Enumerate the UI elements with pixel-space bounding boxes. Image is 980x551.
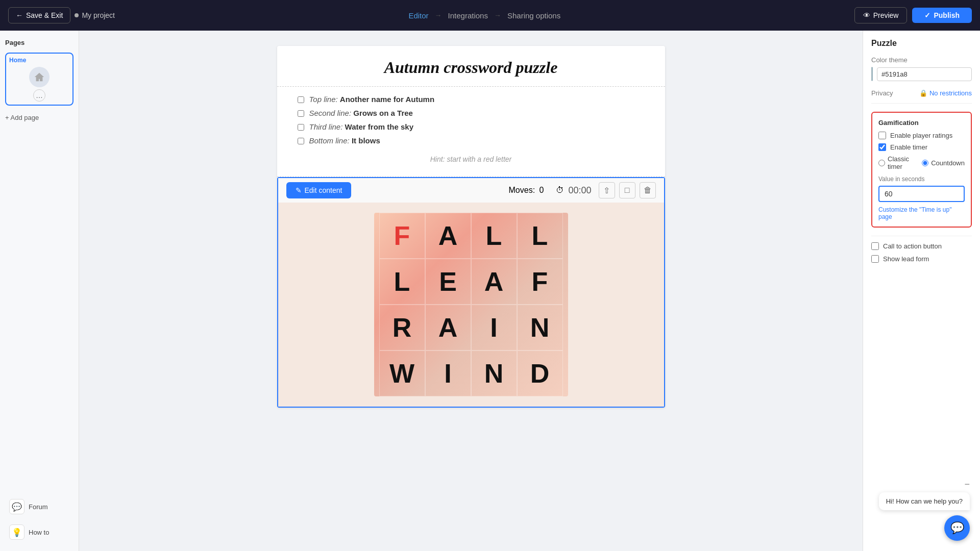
countdown-option[interactable]: Countdown [922, 159, 965, 167]
timer-icon: ⏱ [556, 186, 564, 195]
seconds-input[interactable]: 60 [878, 186, 965, 202]
countdown-radio[interactable] [922, 160, 928, 166]
cell-L1: L [471, 213, 517, 259]
cell-E: E [425, 259, 471, 305]
minimize-chat-button[interactable]: − [964, 479, 970, 490]
enable-timer-checkbox[interactable] [878, 143, 886, 151]
enable-timer-label: Enable timer [890, 143, 927, 151]
step-editor[interactable]: Editor [408, 11, 428, 20]
call-to-action-checkbox[interactable] [871, 242, 879, 250]
cell-L3: L [379, 259, 425, 305]
moves-display: Moves: 0 [509, 186, 544, 195]
chat-icon: 💬 [950, 521, 964, 535]
privacy-value[interactable]: 🔒 No restrictions [919, 89, 972, 97]
classic-timer-option[interactable]: Classic timer [878, 155, 915, 170]
sidebar-tool-howto[interactable]: 💡 How to [5, 521, 74, 543]
call-to-action-row: Call to action button [871, 242, 972, 250]
chat-widget: − Hi! How can we help you? 💬 [944, 515, 970, 541]
enable-ratings-label: Enable player ratings [890, 132, 952, 139]
chat-bubble: − Hi! How can we help you? [879, 492, 970, 510]
color-theme-row: #5191a8 [871, 67, 972, 81]
cell-L2: L [517, 213, 563, 259]
sidebar-bottom: 💬 Forum 💡 How to [5, 496, 74, 543]
enable-timer-row: Enable timer [878, 143, 965, 151]
clue-item-1: Top line: Another name for Autumn [298, 95, 645, 104]
gamification-title: Gamification [878, 119, 965, 127]
cell-A1: A [425, 213, 471, 259]
cell-R: R [379, 305, 425, 350]
customize-time-is-up-link[interactable]: Customize the "Time is up" page [878, 206, 965, 220]
gamification-box: Gamification Enable player ratings Enabl… [871, 112, 972, 228]
pencil-icon: ✎ [296, 186, 302, 194]
sidebar-tool-forum[interactable]: 💬 Forum [5, 496, 74, 517]
crossword-letters: F A L L L E A F R A I N W [379, 213, 563, 396]
lightbulb-icon: 💡 [9, 524, 24, 540]
value-seconds-label: Value in seconds [878, 176, 965, 183]
project-name: My project [75, 11, 115, 19]
arrow-icon-2: → [494, 11, 501, 19]
arrow-icon-1: → [435, 11, 442, 19]
clue-checkbox-4[interactable] [298, 138, 304, 144]
show-lead-form-checkbox[interactable] [871, 255, 879, 263]
cell-N2: N [471, 350, 517, 396]
edit-content-button[interactable]: ✎ Edit content [286, 182, 352, 198]
puzzle-interactive: ✎ Edit content Moves: 0 ⏱ 00:00 ⇧ □ 🗑 [277, 177, 665, 408]
puzzle-title: Autumn crossword puzzle [298, 58, 645, 77]
clue-text-4: Bottom line: It blows [309, 136, 380, 145]
puzzle-grid-area: F A L L L E A F R A I N W [278, 203, 664, 407]
clue-checkbox-3[interactable] [298, 124, 304, 131]
clue-item-3: Third line: Water from the sky [298, 122, 645, 131]
body-layout: Pages Home … + Add page 💬 Forum 💡 How to [0, 31, 980, 551]
step-sharing[interactable]: Sharing options [507, 11, 560, 20]
delete-button[interactable]: 🗑 [640, 182, 656, 198]
publish-button[interactable]: ✓ Publish [912, 8, 972, 23]
color-hex-input[interactable]: #5191a8 [877, 67, 972, 81]
cell-A2: A [471, 259, 517, 305]
call-to-action-label: Call to action button [883, 242, 942, 250]
cell-N: N [517, 305, 563, 350]
save-exit-button[interactable]: ← Save & Exit [8, 7, 70, 23]
classic-timer-radio[interactable] [878, 160, 885, 166]
clue-text-1: Top line: Another name for Autumn [309, 95, 435, 104]
nav-left: ← Save & Exit My project [8, 7, 115, 23]
cell-A3: A [425, 305, 471, 350]
duplicate-button[interactable]: □ [619, 182, 635, 198]
color-theme-label: Color theme [871, 56, 972, 64]
divider-1 [871, 236, 972, 236]
page-card-home[interactable]: Home … [5, 53, 74, 106]
cell-D: D [517, 350, 563, 396]
cell-F2: F [517, 259, 563, 305]
preview-button[interactable]: 👁 Preview [854, 7, 908, 23]
lock-icon: 🔒 [919, 89, 927, 97]
color-swatch[interactable] [871, 67, 873, 81]
cell-W: W [379, 350, 425, 396]
move-up-button[interactable]: ⇧ [599, 182, 615, 198]
show-lead-form-label: Show lead form [883, 255, 929, 263]
puzzle-toolbar: ✎ Edit content Moves: 0 ⏱ 00:00 ⇧ □ 🗑 [278, 178, 664, 203]
cell-I2: I [425, 350, 471, 396]
enable-ratings-checkbox[interactable] [878, 132, 886, 139]
clues-section: Top line: Another name for Autumn Second… [277, 87, 665, 177]
eye-icon: 👁 [863, 11, 870, 19]
toolbar-right: Moves: 0 ⏱ 00:00 ⇧ □ 🗑 [509, 182, 656, 198]
pages-title: Pages [5, 39, 74, 46]
more-dots-button[interactable]: … [33, 89, 45, 102]
save-exit-label: Save & Exit [26, 11, 63, 19]
cell-I: I [471, 305, 517, 350]
enable-ratings-row: Enable player ratings [878, 132, 965, 139]
clue-checkbox-2[interactable] [298, 110, 304, 117]
chat-open-button[interactable]: 💬 [944, 515, 970, 541]
left-sidebar: Pages Home … + Add page 💬 Forum 💡 How to [0, 31, 79, 551]
check-icon: ✓ [924, 11, 930, 19]
back-icon: ← [16, 11, 23, 19]
step-integrations[interactable]: Integrations [448, 11, 488, 20]
canvas-card: Autumn crossword puzzle Top line: Anothe… [277, 46, 665, 408]
main-canvas: Autumn crossword puzzle Top line: Anothe… [79, 31, 863, 551]
clue-item-2: Second line: Grows on a Tree [298, 109, 645, 117]
nav-right: 👁 Preview ✓ Publish [854, 7, 972, 23]
clue-checkbox-1[interactable] [298, 96, 304, 103]
nav-steps: Editor → Integrations → Sharing options [121, 11, 848, 20]
page-card-label: Home [9, 57, 69, 64]
top-navigation: ← Save & Exit My project Editor → Integr… [0, 0, 980, 31]
add-page-button[interactable]: + Add page [5, 114, 74, 121]
